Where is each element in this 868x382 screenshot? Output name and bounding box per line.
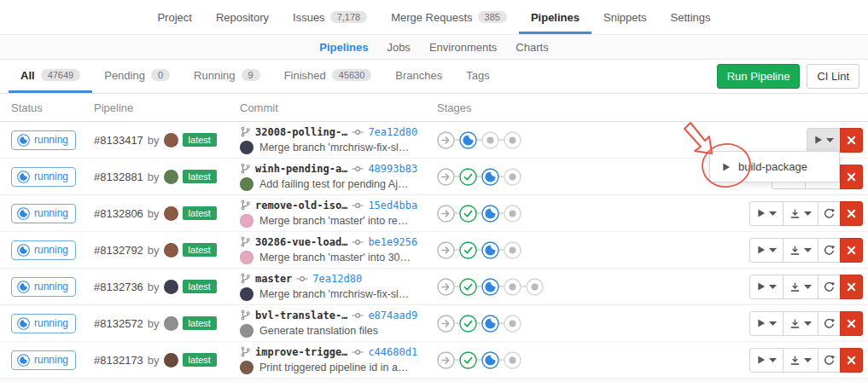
tab-branches[interactable]: Branches	[383, 60, 454, 93]
stage-icon-success[interactable]	[459, 351, 477, 369]
stage-icon-created[interactable]	[504, 131, 521, 149]
pipeline-id-link[interactable]: #8132572	[94, 317, 143, 330]
pipeline-status-badge[interactable]: running	[11, 130, 76, 150]
dropdown-item-build-package[interactable]: build-package	[710, 155, 839, 178]
pipeline-status-badge[interactable]: running	[11, 204, 76, 223]
commit-sha-link[interactable]: be1e9256	[368, 236, 417, 248]
branch-link[interactable]: 32008-polling-…	[255, 126, 347, 138]
user-avatar[interactable]	[164, 316, 178, 331]
branch-link[interactable]: winh-pending-a…	[255, 163, 347, 175]
commit-author-avatar[interactable]	[240, 287, 253, 301]
ci-lint-button[interactable]: CI Lint	[807, 64, 859, 89]
artifacts-dropdown-button[interactable]	[783, 348, 818, 373]
commit-message-link[interactable]: Merge branch 'master' into re…	[259, 215, 408, 227]
branch-link[interactable]: improve-trigge…	[255, 346, 347, 358]
commit-message-link[interactable]: Merge branch 'mrchrisw-fix-sl…	[259, 142, 409, 153]
retry-pipeline-button[interactable]	[818, 348, 841, 373]
pipeline-id-link[interactable]: #8132806	[94, 207, 143, 220]
stage-icon-created[interactable]	[504, 278, 521, 296]
stage-icon-running[interactable]	[459, 131, 477, 149]
stage-icon-running[interactable]	[481, 351, 499, 369]
stage-icon-skipped[interactable]	[437, 315, 455, 333]
stage-icon-success[interactable]	[459, 241, 477, 259]
pipeline-status-badge[interactable]: running	[11, 314, 76, 333]
branch-link[interactable]: bvl-translate-…	[255, 310, 347, 321]
pipeline-status-badge[interactable]: running	[11, 167, 76, 187]
pipeline-id-link[interactable]: #8132881	[94, 171, 143, 183]
commit-message-link[interactable]: Add failing test for pending Aj…	[259, 178, 408, 190]
subnav-item-charts[interactable]: Charts	[506, 41, 557, 54]
play-dropdown-button[interactable]	[749, 201, 784, 226]
stage-icon-skipped[interactable]	[437, 205, 455, 223]
commit-author-avatar[interactable]	[240, 251, 253, 264]
stage-icon-created[interactable]	[526, 278, 544, 296]
cancel-pipeline-button[interactable]	[840, 275, 863, 299]
stage-icon-created[interactable]	[504, 241, 521, 259]
cancel-pipeline-button[interactable]	[840, 165, 863, 189]
commit-message-link[interactable]: Print triggered pipeline id in a…	[259, 362, 408, 373]
user-avatar[interactable]	[164, 243, 178, 258]
user-avatar[interactable]	[164, 133, 178, 148]
stage-icon-skipped[interactable]	[437, 168, 455, 186]
run-pipeline-button[interactable]: Run Pipeline	[717, 64, 801, 89]
artifacts-dropdown-button[interactable]	[783, 238, 818, 263]
stage-icon-running[interactable]	[481, 205, 499, 223]
branch-link[interactable]: master	[255, 273, 292, 285]
commit-sha-link[interactable]: 7ea12d80	[312, 273, 362, 285]
commit-author-avatar[interactable]	[240, 361, 253, 374]
user-avatar[interactable]	[164, 170, 178, 184]
stage-icon-skipped[interactable]	[437, 131, 455, 149]
retry-pipeline-button[interactable]	[818, 238, 841, 263]
cancel-pipeline-button[interactable]	[840, 348, 863, 373]
pipeline-id-link[interactable]: #8132173	[94, 354, 143, 367]
artifacts-dropdown-button[interactable]	[783, 201, 818, 226]
nav-item-repository[interactable]: Repository	[204, 0, 281, 34]
tab-tags[interactable]: Tags	[454, 60, 501, 93]
stage-icon-skipped[interactable]	[437, 278, 455, 296]
nav-item-project[interactable]: Project	[145, 0, 203, 34]
play-dropdown-button[interactable]	[749, 348, 784, 373]
stage-icon-created[interactable]	[504, 168, 521, 186]
play-dropdown-button[interactable]	[749, 311, 784, 336]
stage-icon-created[interactable]	[504, 315, 521, 333]
cancel-pipeline-button[interactable]	[840, 201, 863, 226]
tab-running[interactable]: Running9	[182, 60, 272, 93]
stage-icon-success[interactable]	[459, 315, 477, 333]
stage-icon-created[interactable]	[504, 205, 521, 223]
branch-link[interactable]: remove-old-iso…	[255, 200, 347, 211]
pipeline-status-badge[interactable]: running	[11, 240, 76, 260]
subnav-item-environments[interactable]: Environments	[420, 41, 506, 54]
play-dropdown-button[interactable]	[807, 128, 841, 153]
nav-item-pipelines[interactable]: Pipelines	[519, 0, 591, 34]
stage-icon-skipped[interactable]	[437, 351, 455, 369]
commit-message-link[interactable]: Merge branch 'mrchrisw-fix-sl…	[259, 288, 409, 300]
commit-author-avatar[interactable]	[240, 141, 253, 154]
user-avatar[interactable]	[164, 206, 178, 221]
pipeline-id-link[interactable]: #8132792	[94, 244, 143, 257]
stage-icon-running[interactable]	[481, 168, 499, 186]
stage-icon-success[interactable]	[459, 205, 477, 223]
retry-pipeline-button[interactable]	[818, 201, 841, 226]
commit-author-avatar[interactable]	[240, 177, 253, 191]
commit-sha-link[interactable]: 48993b83	[368, 163, 417, 175]
commit-message-link[interactable]: Generate translation files	[259, 325, 378, 337]
pipeline-status-badge[interactable]: running	[11, 277, 76, 297]
artifacts-dropdown-button[interactable]	[783, 275, 818, 299]
pipeline-id-link[interactable]: #8132736	[94, 281, 143, 293]
cancel-pipeline-button[interactable]	[840, 311, 863, 336]
user-avatar[interactable]	[164, 353, 178, 368]
nav-item-merge-requests[interactable]: Merge Requests385	[379, 0, 519, 34]
retry-pipeline-button[interactable]	[818, 275, 841, 299]
nav-item-issues[interactable]: Issues7,178	[281, 0, 379, 34]
stage-icon-created[interactable]	[504, 351, 521, 369]
play-dropdown-button[interactable]	[749, 275, 784, 299]
stage-icon-skipped[interactable]	[437, 241, 455, 259]
nav-item-snippets[interactable]: Snippets	[591, 0, 659, 34]
commit-author-avatar[interactable]	[240, 214, 253, 228]
commit-sha-link[interactable]: c44680d1	[368, 346, 417, 358]
branch-link[interactable]: 30286-vue-load…	[255, 236, 347, 248]
stage-icon-running[interactable]	[481, 278, 499, 296]
cancel-pipeline-button[interactable]	[840, 128, 863, 153]
pipeline-status-badge[interactable]: running	[11, 350, 76, 370]
pipeline-id-link[interactable]: #8133417	[94, 134, 143, 147]
